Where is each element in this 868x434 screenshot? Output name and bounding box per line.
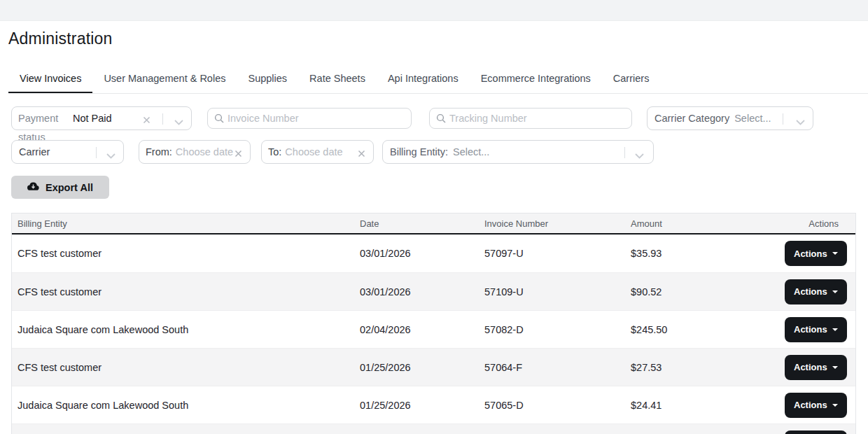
tab-supplies[interactable]: Supplies <box>237 66 298 93</box>
table-row: Judaica Square com Lakewood South 02/04/… <box>12 310 855 348</box>
chevron-down-icon[interactable] <box>635 150 644 161</box>
cell-actions: Actions <box>779 279 863 304</box>
cell-billing-entity: Judaica Square com Lakewood South <box>12 400 354 411</box>
cell-date: 03/01/2026 <box>354 248 479 259</box>
tab-ecommerce-integrations[interactable]: Ecommerce Integrations <box>470 66 602 93</box>
chevron-down-icon[interactable] <box>796 116 805 127</box>
carrier-category-select[interactable]: Carrier Category Select... <box>647 106 813 130</box>
table-header-row: Billing Entity Date Invoice Number Amoun… <box>12 214 855 234</box>
tracking-number-input[interactable] <box>449 108 627 128</box>
actions-button-label: Actions <box>794 400 827 410</box>
export-all-label: Export All <box>46 182 93 193</box>
cell-amount: $245.50 <box>625 324 779 335</box>
clear-icon[interactable] <box>358 148 365 160</box>
tab-carriers[interactable]: Carriers <box>602 66 661 93</box>
export-all-button[interactable]: Export All <box>11 176 109 199</box>
cell-date: 01/25/2026 <box>354 400 479 411</box>
clear-icon[interactable] <box>234 148 242 160</box>
actions-button[interactable]: Actions <box>785 241 847 266</box>
search-icon <box>214 113 224 126</box>
select-divider <box>96 147 97 158</box>
cell-date: 02/04/2026 <box>354 324 479 335</box>
cell-date: 01/25/2026 <box>354 362 479 373</box>
cell-billing-entity: CFS test customer <box>12 248 354 259</box>
cell-actions: Actions <box>779 241 863 266</box>
actions-button-label: Actions <box>794 248 827 259</box>
col-header-billing-entity: Billing Entity <box>12 218 354 229</box>
cell-amount: $90.52 <box>625 286 779 298</box>
tab-view-invoices[interactable]: View Invoices <box>8 66 92 93</box>
actions-button-label: Actions <box>794 286 827 297</box>
cell-billing-entity: CFS test customer <box>12 286 354 298</box>
cell-invoice-number: 57097-U <box>479 248 625 259</box>
col-header-invoice-number: Invoice Number <box>479 218 625 229</box>
date-to-placeholder: Choose date <box>285 146 342 158</box>
col-header-date: Date <box>354 218 479 229</box>
caret-down-icon <box>832 252 838 255</box>
date-to-label: To: <box>268 146 281 158</box>
actions-button-label: Actions <box>794 324 827 335</box>
cell-amount: $24.41 <box>625 400 779 411</box>
tab-user-management-roles[interactable]: User Management & Roles <box>92 66 237 93</box>
table-row: Actions <box>12 424 855 434</box>
carrier-label: Carrier <box>19 146 50 158</box>
carrier-category-placeholder: Select... <box>734 113 771 124</box>
select-divider <box>783 113 783 125</box>
date-from-picker[interactable]: From: Choose date <box>139 140 251 164</box>
cell-billing-entity: CFS test customer <box>12 362 354 373</box>
cell-actions: Actions <box>779 430 863 434</box>
payment-status-value: Not Paid <box>73 113 112 124</box>
table-body: CFS test customer 03/01/2026 57097-U $35… <box>12 234 855 434</box>
actions-button[interactable]: Actions <box>785 317 847 342</box>
select-divider <box>162 113 163 125</box>
cell-actions: Actions <box>779 317 863 342</box>
cell-billing-entity: Judaica Square com Lakewood South <box>12 324 354 335</box>
cell-actions: Actions <box>779 393 863 418</box>
carrier-category-label: Carrier Category <box>654 113 729 124</box>
actions-button-label: Actions <box>794 362 827 372</box>
clear-icon[interactable] <box>143 115 150 126</box>
col-header-amount: Amount <box>625 218 779 229</box>
cell-invoice-number: 57065-D <box>479 400 625 411</box>
search-icon <box>436 113 446 126</box>
tab-api-integrations[interactable]: Api Integrations <box>377 66 470 93</box>
chevron-down-icon[interactable] <box>174 116 183 127</box>
invoice-number-search[interactable] <box>207 108 412 129</box>
cell-invoice-number: 57082-D <box>479 324 625 335</box>
table-row: CFS test customer 01/25/2026 57064-F $27… <box>12 348 855 386</box>
actions-button[interactable]: Actions <box>785 279 847 304</box>
cloud-download-icon <box>27 182 39 192</box>
payment-status-select[interactable]: Payment status Not Paid <box>11 106 192 130</box>
billing-entity-label: Billing Entity: <box>390 146 448 158</box>
caret-down-icon <box>832 290 838 293</box>
cell-date: 03/01/2026 <box>354 286 479 298</box>
billing-entity-placeholder: Select... <box>453 146 489 158</box>
date-from-label: From: <box>146 146 172 158</box>
tracking-number-search[interactable] <box>429 108 632 129</box>
actions-button[interactable]: Actions <box>785 393 847 418</box>
select-divider <box>624 147 625 158</box>
caret-down-icon <box>832 404 838 407</box>
chevron-down-icon[interactable] <box>106 150 115 161</box>
caret-down-icon <box>832 328 838 331</box>
page-title: Administration <box>8 29 113 48</box>
carrier-select[interactable]: Carrier <box>11 140 124 164</box>
administration-page: Administration View Invoices User Manage… <box>0 0 868 434</box>
cell-invoice-number: 57109-U <box>479 286 625 298</box>
caret-down-icon <box>832 366 838 369</box>
cell-actions: Actions <box>779 355 863 380</box>
table-row: Judaica Square com Lakewood South 01/25/… <box>12 386 855 424</box>
invoice-number-input[interactable] <box>227 108 407 128</box>
tab-rate-sheets[interactable]: Rate Sheets <box>298 66 377 93</box>
top-bar <box>0 0 868 21</box>
table-row: CFS test customer 03/01/2026 57097-U $35… <box>12 234 855 272</box>
billing-entity-select[interactable]: Billing Entity: Select... <box>382 140 654 164</box>
actions-button[interactable]: Actions <box>785 355 847 380</box>
table-row: CFS test customer 03/01/2026 57109-U $90… <box>12 272 855 310</box>
invoices-table: Billing Entity Date Invoice Number Amoun… <box>11 213 856 434</box>
col-header-actions: Actions <box>779 218 855 229</box>
cell-amount: $35.93 <box>625 248 779 259</box>
admin-tabs: View Invoices User Management & Roles Su… <box>8 66 868 94</box>
actions-button[interactable]: Actions <box>785 430 847 434</box>
date-to-picker[interactable]: To: Choose date <box>261 140 374 164</box>
